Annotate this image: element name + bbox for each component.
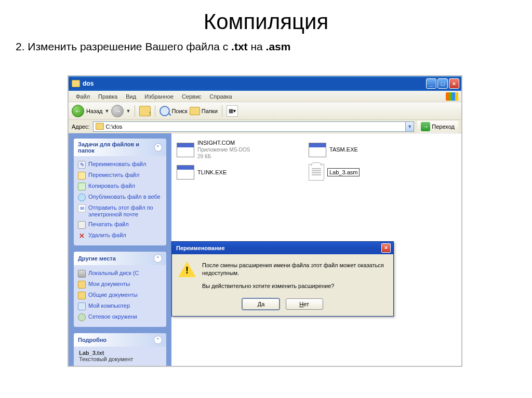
places-header[interactable]: Другие места ⌃ xyxy=(74,252,166,265)
task-move[interactable]: Переместить файл xyxy=(78,170,162,181)
task-publish[interactable]: Опубликовать файл в вебе xyxy=(78,192,162,203)
dialog-title: Переименование xyxy=(176,245,225,251)
yes-suffix: а xyxy=(261,301,264,307)
chevron-up-icon: ⌃ xyxy=(154,254,162,263)
place-mycomputer[interactable]: Мой компьютер xyxy=(78,301,162,312)
maximize-button[interactable]: □ xyxy=(437,78,448,89)
task-delete[interactable]: ✕Удалить файл xyxy=(78,230,162,241)
tasks-panel: Задачи для файлов и папок ⌃ ✎Переименова… xyxy=(74,139,166,245)
dialog-message-1: После смены расширения имени файла этот … xyxy=(202,262,387,277)
place-label: Мои документы xyxy=(88,281,162,287)
no-suffix: ет xyxy=(303,301,309,307)
titlebar[interactable]: dos _ □ × xyxy=(69,76,461,91)
sidebar: Задачи для файлов и папок ⌃ ✎Переименова… xyxy=(69,133,171,366)
address-path: C:\dos xyxy=(106,123,123,130)
windows-flag-icon xyxy=(446,92,458,101)
mail-icon: ✉ xyxy=(78,204,86,212)
task-label: Отправить этот файл по электронной почте xyxy=(88,204,162,218)
views-button[interactable]: ▦▾ xyxy=(227,105,238,117)
slide-title: Компиляция xyxy=(0,0,532,38)
back-button[interactable]: ← Назад ▼ xyxy=(72,105,109,117)
task-copy[interactable]: Копировать файл xyxy=(78,181,162,192)
menu-tools[interactable]: Сервис xyxy=(178,92,206,101)
menu-favorites[interactable]: Избранное xyxy=(140,92,178,101)
dialog-titlebar[interactable]: Переименование × xyxy=(172,242,393,254)
subtitle-mid: на xyxy=(248,40,266,52)
folders-button[interactable]: Папки xyxy=(190,107,218,115)
toolbar: ← Назад ▼ → ▼ Поиск Папки ▦▾ xyxy=(69,102,461,120)
address-dropdown-icon[interactable]: ▼ xyxy=(405,122,414,131)
yes-button[interactable]: Да xyxy=(242,298,280,310)
dialog-close-button[interactable]: × xyxy=(381,243,391,253)
file-name: TLINK.EXE xyxy=(197,169,227,176)
place-label: Локальный диск (C xyxy=(88,270,162,277)
up-button[interactable] xyxy=(139,106,151,116)
window-title: dos xyxy=(83,80,426,87)
task-label: Переместить файл xyxy=(88,172,162,179)
forward-button[interactable]: → xyxy=(111,105,124,117)
address-input[interactable]: C:\dos ▼ xyxy=(93,121,415,132)
file-rename-input[interactable]: Lab_3.asm xyxy=(327,168,360,176)
explorer-window: dos _ □ × Файл Правка Вид Избранное Серв… xyxy=(68,75,462,367)
task-rename[interactable]: ✎Переименовать файл xyxy=(78,159,162,170)
file-tlink[interactable]: TLINK.EXE xyxy=(177,164,296,181)
pc-icon xyxy=(78,303,86,310)
place-network[interactable]: Сетевое окружени xyxy=(78,312,162,323)
menu-edit[interactable]: Правка xyxy=(94,92,122,101)
tasks-header-label: Задачи для файлов и папок xyxy=(78,141,154,154)
file-lab3[interactable]: Lab_3.asm xyxy=(309,164,428,181)
detail-filetype: Текстовый документ xyxy=(79,356,161,362)
go-button[interactable]: → Переход xyxy=(417,120,458,133)
close-button[interactable]: × xyxy=(449,78,459,89)
minimize-button[interactable]: _ xyxy=(426,78,436,89)
disk-icon xyxy=(78,270,86,278)
subtitle-prefix: 2. Изменить разрешение Вашего файла с xyxy=(16,40,231,52)
menu-help[interactable]: Справка xyxy=(206,92,236,101)
folder-icon xyxy=(96,123,104,130)
network-icon xyxy=(78,313,86,321)
task-label: Копировать файл xyxy=(88,183,162,189)
task-label: Печатать файл xyxy=(88,221,162,228)
address-label: Адрес: xyxy=(72,123,90,130)
details-panel: Подробно ⌃ Lab_3.txt Текстовый документ … xyxy=(74,333,166,366)
copy-icon xyxy=(78,183,86,190)
place-localdisk[interactable]: Локальный диск (C xyxy=(78,268,162,279)
folders-label: Папки xyxy=(202,108,218,114)
file-name: INSIGHT.COM xyxy=(197,140,250,146)
delete-icon: ✕ xyxy=(78,232,86,240)
search-button[interactable]: Поиск xyxy=(159,106,187,116)
file-size: 29 КБ xyxy=(197,153,250,160)
task-label: Опубликовать файл в вебе xyxy=(88,194,162,200)
no-button[interactable]: Нет xyxy=(286,298,323,310)
menubar: Файл Правка Вид Избранное Сервис Справка xyxy=(69,91,461,102)
addressbar: Адрес: C:\dos ▼ → Переход xyxy=(69,120,461,133)
text-file-icon xyxy=(309,164,324,181)
task-print[interactable]: Печатать файл xyxy=(78,219,162,230)
app-icon xyxy=(309,143,326,157)
place-mydocs[interactable]: Мои документы xyxy=(78,279,162,290)
file-name: TASM.EXE xyxy=(329,146,358,153)
subtitle-ext1: .txt xyxy=(231,40,248,52)
menu-file[interactable]: Файл xyxy=(72,92,94,101)
place-shareddocs[interactable]: Общие документы xyxy=(78,290,162,301)
separator xyxy=(222,105,222,117)
file-insight[interactable]: INSIGHT.COM Приложение MS-DOS 29 КБ xyxy=(177,140,296,160)
forward-dropdown-icon[interactable]: ▼ xyxy=(126,108,130,114)
places-header-label: Другие места xyxy=(78,255,116,262)
detail-modified: Изменен: 12 ноября 2010 г., 16:58 xyxy=(79,365,161,366)
menu-view[interactable]: Вид xyxy=(122,92,140,101)
details-header[interactable]: Подробно ⌃ xyxy=(74,333,166,347)
rename-icon: ✎ xyxy=(78,161,86,169)
separator xyxy=(135,105,135,117)
place-label: Мой компьютер xyxy=(88,303,162,309)
details-header-label: Подробно xyxy=(78,337,107,343)
back-dropdown-icon[interactable]: ▼ xyxy=(105,108,110,114)
file-tasm[interactable]: TASM.EXE xyxy=(309,140,428,160)
folders-icon xyxy=(190,107,200,115)
subtitle-ext2: .asm xyxy=(266,40,291,52)
rename-dialog: Переименование × После смены расширения … xyxy=(171,241,394,317)
tasks-header[interactable]: Задачи для файлов и папок ⌃ xyxy=(74,139,166,156)
chevron-up-icon: ⌃ xyxy=(154,143,162,152)
task-email[interactable]: ✉Отправить этот файл по электронной почт… xyxy=(78,203,162,219)
dialog-message-2: Вы действительно хотите изменить расшире… xyxy=(202,282,387,290)
